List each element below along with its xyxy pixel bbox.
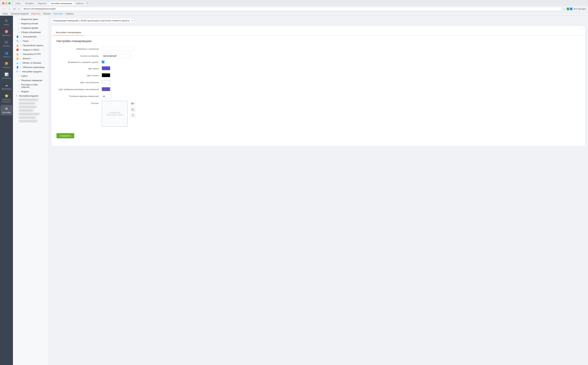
menu-item-blurred-6[interactable] [13,116,48,119]
bm-item-6[interactable]: Сервисы [65,13,73,15]
sidebar-item-sites[interactable]: 🗓 Сайты [1,17,12,27]
logo-dropzone[interactable]: (Drag&Drop) Перетащите файл [102,101,128,127]
menu-item-module-settings[interactable]: ▾ Настройки модулей [13,94,48,98]
forward-button[interactable]: → [7,7,11,11]
cart-input[interactable] [102,54,131,58]
form-row-save-project: Возможность сохранять проект: [56,61,580,64]
bm-item-1[interactable]: Сайты [2,13,8,15]
menu-item-mail-sms[interactable]: ▸ Почтовые и СМС события [13,83,48,89]
all-bookmarks-label[interactable]: Все закладки [574,8,586,10]
back-button[interactable]: ← [2,7,6,11]
sidebar-item-settings[interactable]: ⚙ Настройки [1,105,12,115]
menu-item-archive[interactable]: ▸ Создание архива [13,26,48,30]
menu-arrow: ▸ [19,27,20,29]
main-content: Планировщик помещений с 2D/3D-просмотром… [49,16,588,365]
browser-tab-5[interactable]: Клиенты [74,2,85,5]
sidebar-item-shop[interactable]: 🛒 Магазин [1,38,12,49]
sidebar-item-analytics[interactable]: 📊 Аналитика [1,70,12,81]
sidebar-item-services[interactable]: 📦 Сервисы [1,60,12,70]
form-field-logo: (Drag&Drop) Перетащите файл [102,101,150,127]
menu-item-blurred-4[interactable] [13,109,48,112]
menu-text: Поиск [23,40,29,42]
menu-item-blurred-7[interactable] [13,119,48,123]
menu-arrow: ▸ [20,40,21,42]
menu-item-blurred-3[interactable] [13,105,48,109]
menu-text: Редактор ключей [21,22,38,25]
menu-text: Настройки продукта [22,70,42,73]
sidebar-item-bitrix24[interactable]: ⭐ Переход в Битрикс24 [1,92,12,104]
form-field-bg-color [102,66,150,71]
refresh-button[interactable]: ↺ [13,7,16,11]
menu-item-updates[interactable]: ▸ Сборка обновлений [13,30,48,35]
save-project-checkbox[interactable] [102,61,104,63]
browser-tab-3[interactable]: Маркетинг [36,2,48,5]
menu-arrow: ▸ [20,62,21,64]
panel-resize-handle-bottom[interactable]: ⋮ [51,142,585,146]
menu-text [19,103,35,104]
services-label: Сервисы [3,66,10,69]
upload-file-button[interactable] [130,113,135,118]
upload-list-button[interactable]: ▾ [130,101,135,106]
menu-item-key-editor[interactable]: ▸ Редактор ключей [13,21,48,26]
active-color-swatch[interactable] [102,87,110,91]
sidebar-item-clients[interactable]: 👥 Клиенты [1,49,12,60]
sidebar-item-marketplace[interactable]: ☁ Marketplace [1,81,12,91]
menu-item-ddos[interactable]: 🔴 ▸ Защита от DDoS [13,48,48,52]
browser-tab-2[interactable]: Настройки [23,2,35,5]
bookmarks-bar: Сайты Настройки модулей Маркетинг Магази… [0,12,588,16]
bm-item-4[interactable]: Магазин [43,13,51,15]
marketplace-icon: ☁ [4,83,9,87]
minimize-button[interactable] [5,2,7,4]
tab-planner-settings[interactable]: Настройки планировщика [53,30,84,35]
bookmark-button[interactable]: ☆ [563,7,565,11]
form-label-catalog: Инфоблок с каталогом: [56,48,102,50]
sidebar-item-marketing[interactable]: 🎯 Маркетинг [1,28,12,38]
tab-label: Настройки планировщика [56,31,81,34]
upload-image-button[interactable] [130,107,135,112]
save-button[interactable]: Сохранить [56,133,74,138]
dropzone-text-line2: Перетащите файл [106,114,123,116]
menu-item-blurred-1[interactable] [13,98,48,102]
marketing-label: Маркетинг [2,34,11,36]
menu-item-product-settings[interactable]: ⚙ ▾ Настройки продукта [13,70,48,74]
menu-item-modules[interactable]: ▸ Модули [13,89,48,94]
address-bar[interactable] [21,7,562,11]
menu-item-phrase-highlight[interactable]: ▸ Выделение фраз [13,17,48,21]
add-tab-button[interactable]: + [86,2,90,5]
svg-rect-0 [131,103,133,103]
form-field-btn-color [102,73,150,78]
home-button[interactable]: ⌂ [17,7,20,11]
menu-item-blurred-5[interactable] [13,112,48,116]
menu-item-currencies[interactable]: 💰 ▸ Валюты [13,56,48,61]
list-icon [131,103,134,105]
browser-tab-1[interactable]: Сайты [14,2,23,5]
menu-item-cloud[interactable]: ☁ ▸ Облако 1С-Битрикс [13,61,48,65]
bm-item-5[interactable]: Аналитика [53,13,63,15]
btn-color-swatch[interactable] [102,73,110,77]
menu-item-proactive[interactable]: 🔒 ▸ Проактивная защита [13,43,48,48]
browser-tab-active[interactable]: Настройки планировщика [49,2,74,5]
panel-resize-handle-top[interactable]: ⋮ [51,26,585,30]
menu-item-users[interactable]: 👤 ▸ Пользователи [13,35,48,39]
unit-select[interactable]: м см мм фт [102,94,112,98]
form-label-save-project: Возможность сохранять проект: [56,61,102,63]
bg-color-swatch[interactable] [102,66,110,70]
panel-tabs: Настройки планировщика [51,30,585,35]
text-color-swatch[interactable] [102,80,110,84]
maximize-button[interactable] [8,2,11,4]
menu-item-https[interactable]: 🔒 ▸ Настройка HTTPS [13,52,48,56]
menu-item-cloud-storage[interactable]: 👤 ▸ Облачные хранилища [13,65,48,70]
marketing-icon: 🎯 [4,29,9,34]
menu-text: Валюты [23,57,31,60]
bm-item-3[interactable]: Маркетинг [31,13,41,15]
bm-item-2[interactable]: Настройки модулей [11,13,28,15]
menu-item-lang[interactable]: ▸ Языковые параметры [13,78,48,83]
menu-item-search[interactable]: 🔍 ▸ Поиск [13,39,48,43]
shop-label: Магазин [3,45,10,47]
close-button[interactable] [2,2,4,4]
menu-item-blurred-2[interactable] [13,102,48,105]
form-field-text-color [102,80,150,85]
menu-item-sites[interactable]: ▸ Сайты [13,74,48,78]
module-dropdown[interactable]: Планировщик помещений с 2D/3D-просмотром… [51,18,134,23]
catalog-select[interactable] [102,47,134,51]
